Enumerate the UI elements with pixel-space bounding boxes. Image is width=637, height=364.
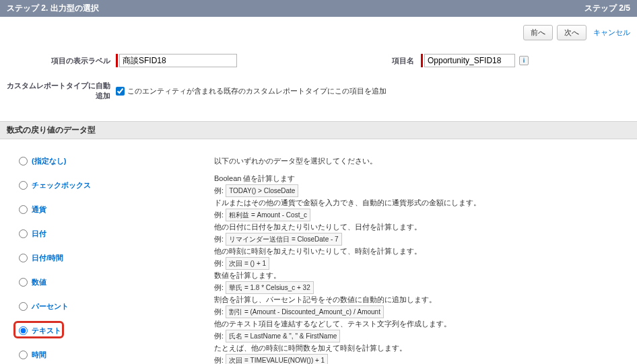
name-group: 項目名 i [392, 54, 529, 67]
type-option-datetime: 日付/時間 [19, 246, 214, 270]
type-area: (指定なし)チェックボックス通貨日付日付/時間数値パーセントテキスト時間 以下の… [0, 139, 637, 364]
type-desc-number: 数値を計算します。例: 華氏 = 1.8 * Celsius_c + 32 [214, 270, 630, 294]
type-radio-percent[interactable] [19, 302, 28, 311]
fields-row: 項目の表示ラベル 項目名 i [0, 54, 637, 81]
type-desc-percent: 割合を計算し、パーセント記号をその数値に自動的に追加します。例: 割引 = (A… [214, 294, 630, 318]
type-example-row: 例: 氏名 = LastName & ", " & FirstName [214, 330, 630, 342]
type-desc-text: 他のテキスト項目を連結するなどして、テキスト文字列を作成します。 [214, 318, 630, 330]
type-desc-none: 以下のいずれかのデータ型を選択してください。 [214, 149, 630, 173]
type-radio-time[interactable] [19, 351, 28, 359]
cancel-link[interactable]: キャンセル [593, 28, 630, 38]
type-example-row: 例: TODAY() > CloseDate [214, 184, 630, 197]
display-label-label: 項目の表示ラベル [7, 56, 116, 66]
instruction-text: 以下のいずれかのデータ型を選択してください。 [214, 155, 377, 167]
example-prefix: 例: [214, 186, 226, 194]
type-radio-datetime[interactable] [19, 254, 28, 262]
example-prefix: 例: [214, 211, 226, 219]
type-label-date[interactable]: 日付 [32, 229, 46, 239]
type-option-none: (指定なし) [19, 149, 214, 173]
example-code: 割引 = (Amount - Discounted_Amount_c) / Am… [226, 305, 384, 318]
type-option-time: 時間 [19, 342, 214, 364]
type-label-checkbox[interactable]: チェックボックス [32, 180, 91, 190]
required-indicator [116, 54, 118, 67]
example-prefix: 例: [214, 332, 226, 340]
type-desc-text: たとえば、他の時刻に時間数を加えて時刻を計算します。 [214, 342, 630, 354]
type-radio-text[interactable] [19, 326, 28, 335]
type-label-percent[interactable]: パーセント [32, 301, 69, 312]
type-label-none[interactable]: (指定なし) [32, 156, 66, 166]
info-icon[interactable]: i [519, 56, 529, 65]
required-indicator [421, 54, 423, 67]
example-prefix: 例: [214, 307, 226, 316]
type-options-column: (指定なし)チェックボックス通貨日付日付/時間数値パーセントテキスト時間 [19, 149, 214, 364]
type-label-text[interactable]: テキスト [32, 326, 61, 336]
example-code: 次回 = () + 1 [226, 257, 269, 270]
type-desc-text: 割合を計算し、パーセント記号をその数値に自動的に追加します。 [214, 294, 630, 305]
type-descriptions-column: 以下のいずれかのデータ型を選択してください。Boolean 値を計算します例: … [214, 149, 630, 364]
type-example-row: 例: 華氏 = 1.8 * Celsius_c + 32 [214, 281, 630, 294]
example-prefix: 例: [214, 356, 226, 364]
step-title: ステップ 2. 出力型の選択 [7, 3, 99, 14]
example-prefix: 例: [214, 283, 226, 291]
example-code: 次回 = TIMEVALUE(NOW()) + 1 [226, 354, 328, 365]
type-desc-text: 他の時刻に時刻を加えたり引いたりして、時刻を計算します。 [214, 246, 630, 257]
auto-add-row: カスタムレポートタイプに自動追加 このエンティティが含まれる既存のカスタムレポー… [0, 81, 637, 121]
example-prefix: 例: [214, 259, 226, 267]
type-example-row: 例: 粗利益 = Amount - Cost_c [214, 209, 630, 221]
example-prefix: 例: [214, 235, 226, 243]
type-desc-text: Boolean 値を計算します [214, 173, 630, 184]
type-desc-date: 他の日付に日付を加えたり引いたりして、日付を計算します。例: リマインダー送信日… [214, 221, 630, 246]
auto-add-checkbox[interactable] [116, 87, 125, 96]
type-label-time[interactable]: 時間 [32, 350, 46, 360]
auto-add-label: カスタムレポートタイプに自動追加 [7, 81, 116, 101]
type-option-date: 日付 [19, 221, 214, 246]
type-radio-number[interactable] [19, 278, 28, 287]
type-radio-currency[interactable] [19, 205, 28, 214]
name-input[interactable] [424, 54, 515, 67]
type-option-checkbox: チェックボックス [19, 173, 214, 197]
type-label-number[interactable]: 数値 [32, 277, 46, 287]
example-code: 粗利益 = Amount - Cost_c [226, 209, 310, 221]
type-desc-time: たとえば、他の時刻に時間数を加えて時刻を計算します。例: 次回 = TIMEVA… [214, 342, 630, 364]
type-option-percent: パーセント [19, 294, 214, 318]
auto-add-text: このエンティティが含まれる既存のカスタムレポートタイプにこの項目を追加 [127, 86, 387, 96]
display-label-group: 項目の表示ラベル [7, 54, 237, 67]
example-code: 華氏 = 1.8 * Celsius_c + 32 [226, 281, 314, 294]
type-example-row: 例: 割引 = (Amount - Discounted_Amount_c) /… [214, 305, 630, 318]
step-header: ステップ 2. 出力型の選択 ステップ 2/5 [0, 0, 637, 17]
type-option-currency: 通貨 [19, 197, 214, 221]
type-desc-text: 他の日付に日付を加えたり引いたりして、日付を計算します。 [214, 221, 630, 233]
nav-row: 前へ 次へ キャンセル [0, 17, 637, 54]
type-example-row: 例: リマインダー送信日 = CloseDate - 7 [214, 233, 630, 246]
type-desc-text: 他のテキスト項目を連結するなどして、テキスト文字列を作成します。例: 氏名 = … [214, 318, 630, 342]
type-radio-none[interactable] [19, 157, 28, 166]
type-desc-datetime: 他の時刻に時刻を加えたり引いたりして、時刻を計算します。例: 次回 = () +… [214, 246, 630, 270]
type-label-currency[interactable]: 通貨 [32, 205, 46, 215]
type-desc-text: 数値を計算します。 [214, 270, 630, 281]
type-radio-date[interactable] [19, 229, 28, 238]
name-label: 項目名 [392, 56, 421, 66]
example-code: 氏名 = LastName & ", " & FirstName [226, 330, 340, 342]
type-example-row: 例: 次回 = () + 1 [214, 257, 630, 270]
type-desc-currency: ドルまたはその他の通貨で金額を入力でき、自動的に通貨形式の金額にします。例: 粗… [214, 197, 630, 221]
type-desc-text: ドルまたはその他の通貨で金額を入力でき、自動的に通貨形式の金額にします。 [214, 197, 630, 209]
step-indicator: ステップ 2/5 [584, 3, 630, 14]
example-code: リマインダー送信日 = CloseDate - 7 [226, 233, 342, 246]
type-radio-checkbox[interactable] [19, 181, 28, 190]
prev-button[interactable]: 前へ [523, 25, 553, 40]
section-return-type: 数式の戻り値のデータ型 [0, 121, 637, 139]
type-option-number: 数値 [19, 270, 214, 294]
type-desc-checkbox: Boolean 値を計算します例: TODAY() > CloseDate [214, 173, 630, 197]
next-button[interactable]: 次へ [557, 25, 586, 40]
example-code: TODAY() > CloseDate [226, 184, 298, 197]
type-example-row: 例: 次回 = TIMEVALUE(NOW()) + 1 [214, 354, 630, 365]
type-option-text: テキスト [19, 318, 214, 342]
type-label-datetime[interactable]: 日付/時間 [32, 253, 63, 263]
display-label-input[interactable] [119, 54, 237, 67]
